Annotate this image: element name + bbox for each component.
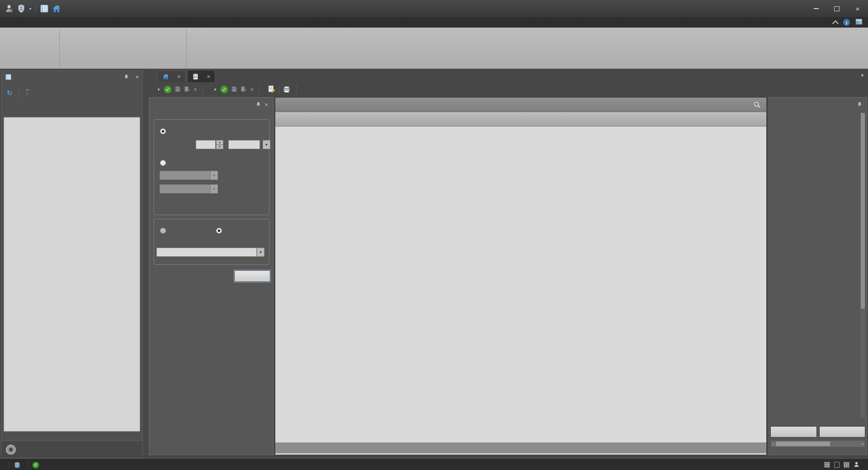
selected-objects-row: ▼ bbox=[156, 248, 264, 257]
filter-delete-icon[interactable]: × bbox=[250, 86, 254, 93]
menu-bar: i bbox=[0, 17, 868, 28]
tools-divider bbox=[19, 89, 19, 97]
title-bar: ▾ × bbox=[0, 0, 868, 18]
scroll-left-icon[interactable]: ‹ bbox=[772, 441, 774, 446]
end-date-row: ▼ bbox=[156, 184, 218, 193]
maximize-button[interactable] bbox=[826, 2, 847, 15]
printer-icon bbox=[283, 86, 290, 93]
horizontal-scrollbar[interactable]: ‹ › bbox=[770, 440, 865, 447]
badge-icon[interactable] bbox=[17, 4, 26, 13]
grid-icon[interactable] bbox=[844, 462, 849, 468]
month-radio[interactable] bbox=[160, 128, 166, 134]
month-radio-row[interactable] bbox=[160, 128, 169, 134]
group-by-dropbar[interactable] bbox=[275, 98, 766, 112]
window-layout-icon[interactable] bbox=[855, 19, 863, 27]
settings-panel: × ▲▼ ▼ ▼ bbox=[149, 97, 274, 455]
available-columns-panel: ‹ › bbox=[769, 97, 867, 455]
filter-dropdown[interactable]: ▼ bbox=[211, 88, 217, 92]
selected-objects-dropdown-icon[interactable]: ▼ bbox=[257, 248, 264, 257]
generate-button[interactable] bbox=[234, 270, 270, 282]
summary-row bbox=[275, 442, 766, 453]
info-icon[interactable]: i bbox=[843, 19, 850, 26]
template-apply-icon[interactable]: ✓ bbox=[164, 86, 171, 93]
tabs-overflow-icon[interactable]: ▼ bbox=[860, 73, 864, 78]
settings-header: × bbox=[149, 98, 273, 111]
end-date-dropdown-icon[interactable]: ▼ bbox=[210, 184, 218, 193]
scrollbar-thumb[interactable] bbox=[776, 442, 830, 446]
month-selectors: ▲▼ ▼ bbox=[196, 140, 270, 149]
collapse-all-icon[interactable]: ↑ bbox=[26, 89, 29, 97]
qat-divider bbox=[35, 5, 36, 13]
collapse-ribbon-icon[interactable] bbox=[832, 20, 839, 26]
pin-icon[interactable] bbox=[124, 74, 129, 80]
filter-edit-icon[interactable] bbox=[241, 86, 247, 94]
minimize-button[interactable] bbox=[806, 2, 826, 15]
visible-all-button[interactable] bbox=[770, 426, 817, 437]
close-panel-icon[interactable]: × bbox=[264, 101, 268, 108]
tab-close-icon[interactable]: × bbox=[177, 73, 181, 80]
report-grid bbox=[275, 97, 767, 455]
start-date-field[interactable] bbox=[160, 171, 210, 180]
vertical-scrollbar[interactable] bbox=[860, 112, 866, 418]
year-field[interactable] bbox=[196, 140, 216, 149]
template-dropdown[interactable]: ▼ bbox=[155, 88, 160, 92]
app-window: ▾ × i bbox=[0, 0, 868, 470]
who-groupbox bbox=[154, 219, 269, 265]
configuration-bar[interactable] bbox=[1, 441, 142, 458]
report-button[interactable] bbox=[283, 86, 292, 93]
tab-strona-startowa[interactable]: × bbox=[157, 70, 186, 82]
hidden-all-button[interactable] bbox=[819, 426, 866, 437]
end-date-field[interactable] bbox=[160, 184, 210, 193]
refresh-icon[interactable]: ↻ bbox=[7, 90, 13, 96]
selected-objects-field[interactable] bbox=[156, 248, 257, 257]
report-view-icon[interactable] bbox=[824, 462, 830, 468]
close-button[interactable]: × bbox=[847, 2, 868, 15]
scroll-right-icon[interactable]: › bbox=[862, 441, 863, 446]
ribbon bbox=[0, 28, 868, 69]
gear-icon bbox=[6, 445, 16, 455]
tab-close-icon[interactable]: × bbox=[207, 73, 211, 80]
layout-icon[interactable] bbox=[834, 462, 840, 468]
employees-radio-row[interactable] bbox=[160, 228, 169, 234]
home-icon[interactable] bbox=[52, 4, 61, 13]
month-dropdown-icon[interactable]: ▼ bbox=[263, 140, 270, 149]
start-date-dropdown-icon[interactable]: ▼ bbox=[210, 171, 218, 180]
app-icon[interactable] bbox=[5, 4, 14, 13]
period-radio-row[interactable] bbox=[160, 160, 169, 166]
home-tab-icon bbox=[162, 73, 169, 80]
quick-access-toolbar: ▾ bbox=[0, 4, 61, 13]
groups-radio[interactable] bbox=[216, 228, 222, 234]
time-range-groupbox bbox=[154, 119, 269, 215]
navigation-tools: ↻ ↑ bbox=[1, 86, 142, 99]
groups-radio-row[interactable] bbox=[216, 228, 225, 234]
table-header bbox=[275, 112, 766, 127]
menu-right-icons: i bbox=[833, 17, 868, 28]
employees-radio[interactable] bbox=[160, 228, 166, 234]
template-delete-icon[interactable]: × bbox=[193, 86, 197, 93]
search-icon[interactable] bbox=[754, 101, 761, 108]
license-ok-icon: ✓ bbox=[33, 462, 39, 468]
month-select[interactable] bbox=[228, 140, 260, 149]
ribbon-group-divider bbox=[186, 29, 187, 68]
year-spinner[interactable]: ▲▼ bbox=[216, 140, 223, 149]
filter-apply-icon[interactable]: ✓ bbox=[221, 86, 228, 93]
list-icon[interactable] bbox=[40, 4, 49, 13]
status-bar: ✓ bbox=[0, 459, 868, 470]
pin-icon[interactable] bbox=[256, 102, 261, 107]
filter-save-icon[interactable] bbox=[231, 86, 237, 94]
template-edit-icon[interactable] bbox=[184, 86, 190, 94]
pin-icon[interactable] bbox=[857, 102, 862, 107]
navigation-panel: × ↻ ↑ bbox=[1, 70, 143, 458]
database-icon bbox=[14, 462, 20, 468]
header-edit-icon[interactable] bbox=[268, 85, 275, 94]
status-license: ✓ bbox=[28, 460, 46, 470]
close-panel-icon[interactable]: × bbox=[135, 74, 139, 80]
status-version bbox=[0, 460, 9, 470]
status-right bbox=[824, 461, 868, 468]
navigation-header: × bbox=[1, 71, 142, 83]
period-radio[interactable] bbox=[160, 160, 166, 166]
badge-dropdown-caret[interactable]: ▾ bbox=[29, 7, 31, 11]
ribbon-group-label bbox=[59, 61, 186, 68]
tab-raporty-grupowe[interactable]: × bbox=[187, 70, 216, 82]
template-save-icon[interactable] bbox=[175, 86, 181, 94]
